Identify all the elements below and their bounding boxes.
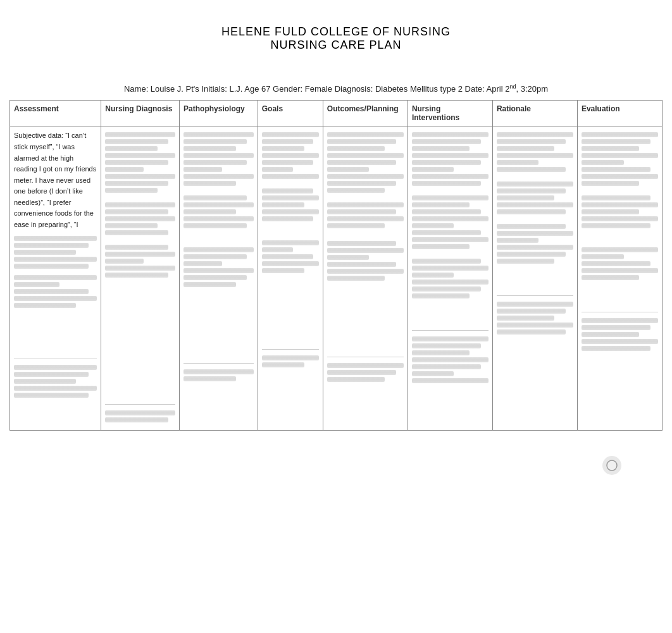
- rationale-content: [497, 132, 573, 335]
- interventions-content: [412, 132, 488, 383]
- col-header-nursing-dx: Nursing Diagnosis: [101, 101, 180, 126]
- pathophysiology-cell: [180, 126, 258, 431]
- col-header-goals: Goals: [258, 101, 323, 126]
- col-header-rationale: Rationale: [492, 101, 577, 126]
- footer-icon: [602, 456, 621, 475]
- page-header: HELENE FULD COLLEGE OF NURSING NURSING C…: [0, 0, 672, 65]
- interventions-cell: [408, 126, 492, 431]
- date-suffix: , 3:20pm: [516, 84, 548, 94]
- assessment-cell: Subjective data: “I can’t stick myself”,…: [10, 126, 101, 431]
- rationale-cell: [492, 126, 577, 431]
- table-row: Subjective data: “I can’t stick myself”,…: [10, 126, 663, 431]
- col-header-outcomes: Outcomes/Planning: [323, 101, 408, 126]
- col-header-pathophysiology: Pathophysiology: [180, 101, 258, 126]
- assessment-blurred-lower: [14, 236, 97, 398]
- title-line1: HELENE FULD COLLEGE OF NURSING: [13, 25, 659, 39]
- pathophysiology-content: [184, 132, 254, 381]
- outcomes-cell: [323, 126, 408, 431]
- patient-info-bar: Name: Louise J. Pt's Initials: L.J. Age …: [0, 65, 672, 100]
- page-footer: [602, 456, 621, 475]
- patient-info-text: Name: Louise J. Pt's Initials: L.J. Age …: [124, 84, 509, 94]
- care-plan-table: Assessment Nursing Diagnosis Pathophysio…: [9, 100, 663, 431]
- col-header-evaluation: Evaluation: [577, 101, 662, 126]
- date-superscript: nd: [509, 83, 516, 90]
- nursing-dx-cell: [101, 126, 180, 431]
- title-line2: NURSING CARE PLAN: [13, 39, 659, 52]
- goals-content: [262, 132, 319, 367]
- goals-cell: [258, 126, 323, 431]
- col-header-interventions: Nursing Interventions: [408, 101, 492, 126]
- evaluation-content: [582, 132, 658, 351]
- assessment-text: Subjective data: “I can’t stick myself”,…: [14, 130, 97, 230]
- nursing-dx-content: [105, 132, 175, 422]
- col-header-assessment: Assessment: [10, 101, 101, 126]
- svg-point-0: [607, 460, 617, 470]
- evaluation-cell: [577, 126, 662, 431]
- outcomes-content: [327, 132, 404, 382]
